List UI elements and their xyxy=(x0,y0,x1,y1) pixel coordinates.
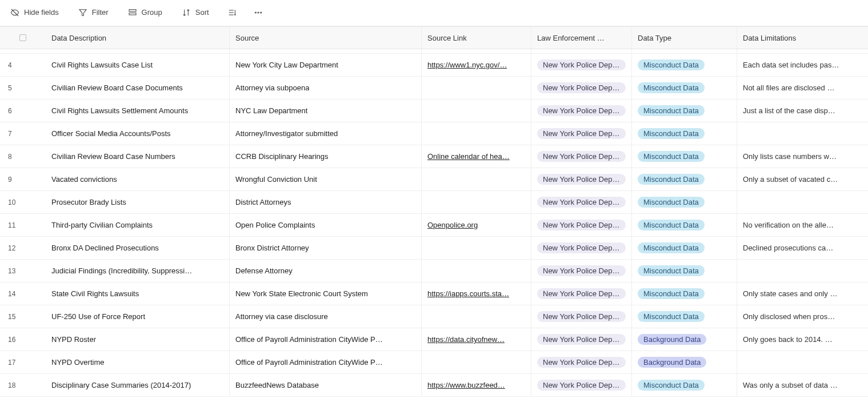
cell-data-limitations[interactable]: Was only a subset of data … xyxy=(737,374,868,396)
cell-source-link[interactable] xyxy=(422,168,531,190)
header-source[interactable]: Source xyxy=(230,27,422,49)
more-options-button[interactable] xyxy=(253,6,264,19)
cell-source-link[interactable]: https://iapps.courts.sta… xyxy=(422,282,531,305)
cell-data-type[interactable]: Misconduct Data xyxy=(632,282,737,305)
cell-data-type[interactable]: Background Data xyxy=(632,328,737,351)
row-number[interactable]: 16 xyxy=(0,328,46,351)
cell-source-link[interactable] xyxy=(422,237,531,259)
row-number[interactable]: 10 xyxy=(0,191,46,213)
cell-data-description[interactable]: Civilian Review Board Case Documents xyxy=(46,77,230,99)
table-row[interactable]: 8Civilian Review Board Case NumbersCCRB … xyxy=(0,145,868,168)
cell-source[interactable]: Office of Payroll Administration CityWid… xyxy=(230,351,422,373)
row-number[interactable]: 18 xyxy=(0,374,46,396)
cell-source[interactable]: New York State Electronic Court System xyxy=(230,282,422,305)
cell-data-description[interactable]: Judicial Findings (Incredibility, Suppre… xyxy=(46,260,230,282)
source-link[interactable]: Online calendar of hea… xyxy=(427,152,510,161)
cell-data-limitations[interactable]: Only a subset of vacated c… xyxy=(737,168,868,190)
cell-law-enforcement[interactable]: New York Police Depart xyxy=(531,351,632,373)
cell-source[interactable]: Attorney via subpoena xyxy=(230,77,422,99)
cell-source-link[interactable] xyxy=(422,122,531,145)
table-row[interactable]: 15UF-250 Use of Force ReportAttorney via… xyxy=(0,305,868,328)
source-link[interactable]: https://data.cityofnew… xyxy=(427,335,505,344)
cell-data-limitations[interactable]: Only lists case numbers w… xyxy=(737,145,868,168)
row-number[interactable]: 7 xyxy=(0,122,46,145)
cell-data-description[interactable]: Civilian Review Board Case Numbers xyxy=(46,145,230,168)
source-link[interactable]: https://www.buzzfeed… xyxy=(427,381,505,389)
cell-data-type[interactable]: Misconduct Data xyxy=(632,191,737,213)
cell-law-enforcement[interactable]: New York Police Depart xyxy=(531,328,632,351)
cell-source[interactable]: Open Police Complaints xyxy=(230,214,422,236)
row-number[interactable]: 11 xyxy=(0,214,46,236)
cell-source-link[interactable]: https://data.cityofnew… xyxy=(422,328,531,351)
cell-data-type[interactable]: Background Data xyxy=(632,351,737,373)
cell-data-limitations[interactable]: Just a list of the case disp… xyxy=(737,100,868,122)
table-row[interactable]: 5Civilian Review Board Case DocumentsAtt… xyxy=(0,77,868,100)
cell-law-enforcement[interactable]: New York Police Depart xyxy=(531,145,632,168)
cell-source[interactable]: BuzzfeedNews Database xyxy=(230,374,422,396)
cell-data-type[interactable]: Misconduct Data xyxy=(632,237,737,259)
cell-law-enforcement[interactable]: New York Police Depart xyxy=(531,214,632,236)
table-row[interactable]: 12Bronx DA Declined ProsecutionsBronx Di… xyxy=(0,237,868,260)
table-row[interactable]: 6Civil Rights Lawsuits Settlement Amount… xyxy=(0,100,868,122)
group-button[interactable]: Group xyxy=(126,6,165,19)
header-source-link[interactable]: Source Link xyxy=(422,27,531,49)
cell-data-description[interactable]: NYPD Overtime xyxy=(46,351,230,373)
cell-data-description[interactable]: Third-party Civilian Complaints xyxy=(46,214,230,236)
table-row[interactable]: 17NYPD OvertimeOffice of Payroll Adminis… xyxy=(0,351,868,374)
row-number[interactable]: 14 xyxy=(0,282,46,305)
cell-law-enforcement[interactable]: New York Police Depart xyxy=(531,168,632,190)
cell-source[interactable]: Attorney via case disclosure xyxy=(230,305,422,328)
cell-source[interactable]: District Attorneys xyxy=(230,191,422,213)
source-link[interactable]: https://www1.nyc.gov/… xyxy=(427,61,507,69)
header-data-limitations[interactable]: Data Limitations xyxy=(737,27,868,49)
cell-source-link[interactable] xyxy=(422,100,531,122)
cell-source-link[interactable]: https://www.buzzfeed… xyxy=(422,374,531,396)
table-row[interactable]: 4Civil Rights Lawsuits Case ListNew York… xyxy=(0,54,868,77)
cell-law-enforcement[interactable]: New York Police Depart xyxy=(531,77,632,99)
cell-data-description[interactable]: Vacated convictions xyxy=(46,168,230,190)
table-row[interactable]: 9Vacated convictionsWrongful Conviction … xyxy=(0,168,868,191)
row-number[interactable]: 9 xyxy=(0,168,46,190)
cell-data-limitations[interactable]: Not all files are disclosed … xyxy=(737,77,868,99)
table-row[interactable]: 16NYPD RosterOffice of Payroll Administr… xyxy=(0,328,868,351)
cell-data-description[interactable]: Bronx DA Declined Prosecutions xyxy=(46,237,230,259)
cell-data-description[interactable]: UF-250 Use of Force Report xyxy=(46,305,230,328)
cell-data-limitations[interactable] xyxy=(737,122,868,145)
cell-data-limitations[interactable]: Each data set includes pas… xyxy=(737,54,868,76)
cell-data-limitations[interactable] xyxy=(737,191,868,213)
row-number[interactable]: 15 xyxy=(0,305,46,328)
cell-source[interactable]: Bronx District Attorney xyxy=(230,237,422,259)
header-law-enforcement[interactable]: Law Enforcement … xyxy=(531,27,632,49)
cell-law-enforcement[interactable]: New York Police Depart xyxy=(531,237,632,259)
cell-data-description[interactable]: Civil Rights Lawsuits Case List xyxy=(46,54,230,76)
cell-law-enforcement[interactable]: New York Police Depart xyxy=(531,122,632,145)
cell-source-link[interactable] xyxy=(422,77,531,99)
row-number[interactable]: 6 xyxy=(0,100,46,122)
header-data-type[interactable]: Data Type xyxy=(632,27,737,49)
cell-law-enforcement[interactable]: New York Police Depart xyxy=(531,374,632,396)
cell-data-type[interactable]: Misconduct Data xyxy=(632,54,737,76)
cell-source[interactable]: CCRB Disciplinary Hearings xyxy=(230,145,422,168)
cell-law-enforcement[interactable]: New York Police Depart xyxy=(531,305,632,328)
cell-data-type[interactable]: Misconduct Data xyxy=(632,100,737,122)
cell-data-type[interactable]: Misconduct Data xyxy=(632,168,737,190)
cell-law-enforcement[interactable]: New York Police Depart xyxy=(531,282,632,305)
table-row[interactable]: 14State Civil Rights LawsuitsNew York St… xyxy=(0,282,868,305)
cell-law-enforcement[interactable]: New York Police Depart xyxy=(531,191,632,213)
cell-source[interactable]: New York City Law Department xyxy=(230,54,422,76)
cell-data-type[interactable]: Misconduct Data xyxy=(632,77,737,99)
cell-data-type[interactable]: Misconduct Data xyxy=(632,305,737,328)
cell-source[interactable]: Office of Payroll Administration CityWid… xyxy=(230,328,422,351)
cell-data-limitations[interactable]: Only state cases and only … xyxy=(737,282,868,305)
cell-source-link[interactable]: https://www1.nyc.gov/… xyxy=(422,54,531,76)
cell-data-description[interactable]: Prosecutor Brady Lists xyxy=(46,191,230,213)
cell-data-limitations[interactable]: No verification on the alle… xyxy=(737,214,868,236)
cell-data-description[interactable]: Civil Rights Lawsuits Settlement Amounts xyxy=(46,100,230,122)
cell-data-limitations[interactable]: Declined prosecutions ca… xyxy=(737,237,868,259)
cell-data-type[interactable]: Misconduct Data xyxy=(632,122,737,145)
source-link[interactable]: https://iapps.courts.sta… xyxy=(427,289,509,298)
cell-data-type[interactable]: Misconduct Data xyxy=(632,260,737,282)
cell-source-link[interactable] xyxy=(422,351,531,373)
cell-data-limitations[interactable] xyxy=(737,260,868,282)
row-number[interactable]: 13 xyxy=(0,260,46,282)
